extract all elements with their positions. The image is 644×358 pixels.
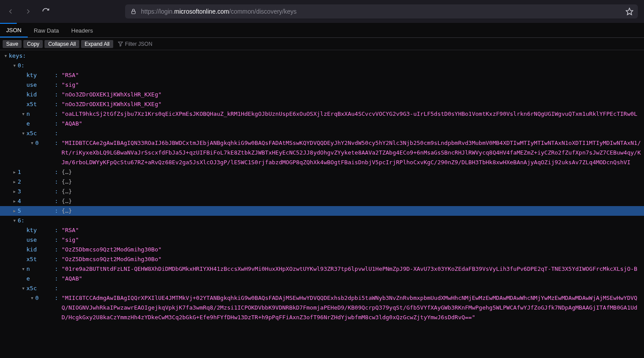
twisty-right-icon[interactable]: ▸ (11, 167, 18, 177)
node-e[interactable]: e: "AQAB" (0, 119, 644, 129)
node-kid[interactable]: kid: "nOo3ZDrODXEK1jKWhXslHR_KXEg" (0, 90, 644, 100)
node-x5c-0[interactable]: ▾ 0: "MIIC8TCCAdmgAwIBAgIQQrXPXIlUE4JMTM… (0, 293, 644, 322)
twisty-down-icon[interactable]: ▾ (11, 61, 18, 70)
json-tree: ▾ keys: ▾ 0: kty: "RSA" use: "sig" kid: … (0, 50, 644, 322)
reload-button[interactable] (41, 7, 50, 16)
tab-raw-data[interactable]: Raw Data (28, 24, 65, 37)
back-button[interactable] (6, 7, 15, 16)
node-use[interactable]: use: "sig" (0, 235, 644, 245)
twisty-down-icon[interactable]: ▾ (20, 129, 26, 138)
tab-json[interactable]: JSON (0, 24, 28, 37)
bookmark-star-icon[interactable] (625, 7, 633, 15)
node-x5t[interactable]: x5t: "OzZ5Dbmcso9Qzt2ModGmihg30Bo" (0, 255, 644, 264)
node-e[interactable]: e: "AQAB" (0, 274, 644, 284)
tab-headers[interactable]: Headers (65, 24, 99, 37)
svg-marker-1 (626, 8, 633, 15)
funnel-icon (118, 41, 123, 47)
node-x5c[interactable]: ▾ x5c: (0, 284, 644, 293)
twisty-down-icon[interactable]: ▾ (11, 216, 18, 225)
forward-button[interactable] (24, 7, 33, 16)
copy-button[interactable]: Copy (23, 40, 43, 48)
expand-all-button[interactable]: Expand All (81, 40, 113, 48)
viewer-toolbar: Save Copy Collapse All Expand All (0, 38, 644, 50)
filter-json-input[interactable] (125, 41, 178, 47)
twisty-down-icon[interactable]: ▾ (29, 293, 35, 303)
node-x5c-0[interactable]: ▾ 0: "MIIDBTCCAe2gAwIBAgIQN33ROaIJ6bJBWD… (0, 138, 644, 167)
node-kty[interactable]: kty: "RSA" (0, 225, 644, 235)
svg-marker-2 (118, 42, 122, 46)
node-keys-0[interactable]: ▾ 0: (0, 61, 644, 70)
node-keys-2[interactable]: ▸ 2: {…} (0, 177, 644, 187)
node-keys-1[interactable]: ▸ 1: {…} (0, 167, 644, 177)
node-keys-3[interactable]: ▸ 3: {…} (0, 187, 644, 196)
svg-rect-0 (132, 11, 135, 14)
browser-toolbar: https://login.microsoftonline.com/common… (0, 0, 644, 23)
twisty-down-icon[interactable]: ▾ (29, 138, 35, 148)
twisty-right-icon[interactable]: ▸ (11, 206, 18, 216)
node-x5t[interactable]: x5t: "nOo3ZDrODXEK1jKWhXslHR_KXEg" (0, 100, 644, 109)
node-kty[interactable]: kty: "RSA" (0, 70, 644, 80)
node-keys-5[interactable]: ▸ 5: {…} (0, 206, 644, 216)
twisty-right-icon[interactable]: ▸ (11, 196, 18, 206)
node-keys[interactable]: ▾ keys: (0, 51, 644, 61)
node-n[interactable]: ▾ n: "01re9a2BUTtNtdFzLNI-QEHW8XhDiDMDbG… (0, 264, 644, 274)
viewer-tabs: JSON Raw Data Headers (0, 24, 644, 38)
twisty-right-icon[interactable]: ▸ (11, 187, 18, 196)
twisty-down-icon[interactable]: ▾ (20, 109, 26, 119)
twisty-down-icon[interactable]: ▾ (20, 284, 26, 293)
lock-icon (130, 8, 137, 15)
node-kid[interactable]: kid: "OzZ5Dbmcso9Qzt2ModGmihg30Bo" (0, 245, 644, 255)
url-text: https://login.microsoftonline.com/common… (141, 8, 296, 15)
twisty-down-icon[interactable]: ▾ (20, 264, 26, 274)
url-bar[interactable]: https://login.microsoftonline.com/common… (125, 4, 638, 18)
node-keys-4[interactable]: ▸ 4: {…} (0, 196, 644, 206)
node-use[interactable]: use: "sig" (0, 80, 644, 90)
node-x5c[interactable]: ▾ x5c: (0, 129, 644, 138)
twisty-down-icon[interactable]: ▾ (3, 51, 9, 61)
node-n[interactable]: ▾ n: "oaLLT9hkcSj2tGfZsjbu7Xz1Krs0qEicXP… (0, 109, 644, 119)
save-button[interactable]: Save (3, 40, 22, 48)
collapse-all-button[interactable]: Collapse All (44, 40, 79, 48)
node-keys-6[interactable]: ▾ 6: (0, 216, 644, 225)
twisty-right-icon[interactable]: ▸ (11, 177, 18, 187)
